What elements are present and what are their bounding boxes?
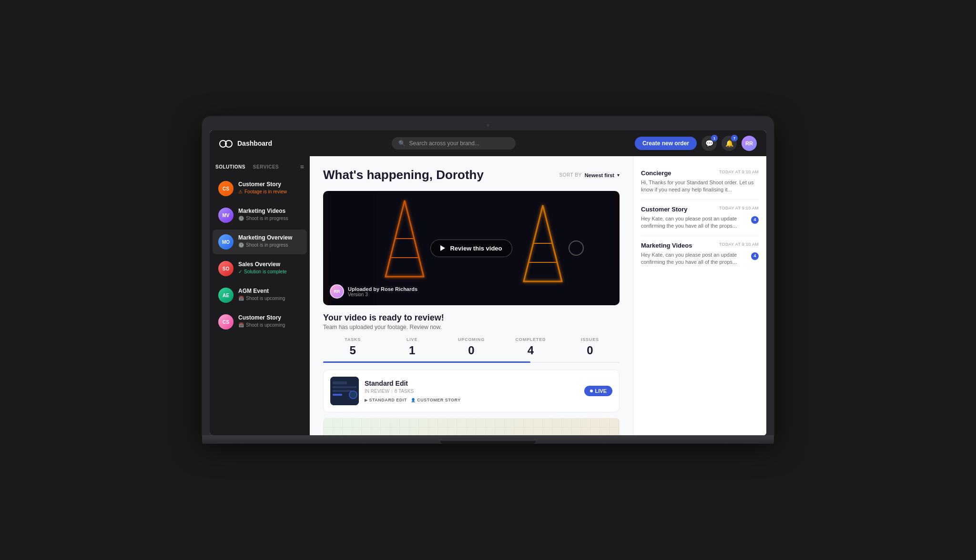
card-title: Standard Edit: [365, 380, 579, 387]
map-preview: [323, 418, 620, 435]
svg-rect-13: [333, 394, 342, 396]
search-bar[interactable]: 🔍 Search across your brand...: [280, 137, 627, 150]
live-dot: [590, 390, 593, 392]
stats-row: TASKS 5 LIVE 1 UPCOMING 0: [323, 337, 620, 363]
sidebar-item-status-5: 📅 Shoot is upcoming: [238, 322, 301, 328]
topbar-actions: Create new order 💬 1 🔔 7 RR: [635, 136, 757, 151]
stat-upcoming-value: 0: [442, 344, 501, 357]
sidebar-thumb-3: SO: [218, 261, 234, 276]
uploader-name: Uploaded by Rose Richards: [348, 286, 417, 292]
message-sender-0: Concierge: [641, 170, 671, 177]
sidebar-item-name-4: AGM Event: [238, 288, 301, 294]
tab-solutions[interactable]: SOLUTIONS: [215, 164, 245, 170]
sidebar-item-status-0: ⚠ Footage is in review: [238, 189, 301, 194]
sidebar-item-info-0: Customer Story ⚠ Footage is in review: [238, 181, 301, 194]
message-preview-0: Hi, Thanks for your Standard Shoot order…: [641, 179, 759, 194]
sidebar-item-1[interactable]: MV Marketing Videos 🕐 Shoot is in progre…: [213, 203, 307, 228]
sidebar-thumb-4: AE: [218, 288, 234, 303]
solution-card[interactable]: Standard Edit IN REVIEW | 8 TASKS ▶: [323, 370, 620, 412]
sort-value[interactable]: Newest first: [585, 172, 614, 178]
message-item-2[interactable]: Marketing Videos TODAY AT 9:10 AM Hey Ka…: [641, 236, 759, 272]
page-title: What's happening, Dorothy: [323, 168, 484, 182]
uploader-avatar: RR: [330, 284, 344, 299]
laptop-frame: Dashboard 🔍 Search across your brand... …: [202, 116, 774, 444]
svg-point-14: [349, 391, 357, 399]
card-meta: IN REVIEW | 8 TASKS: [365, 389, 579, 394]
sidebar-item-info-2: Marketing Overview 🕐 Shoot is in progres…: [238, 234, 301, 248]
stat-live-label: LIVE: [382, 337, 441, 342]
app: Dashboard 🔍 Search across your brand... …: [210, 130, 766, 435]
sidebar-thumb-0: CS: [218, 181, 234, 196]
sidebar-item-status-1: 🕐 Shoot is in progress: [238, 216, 301, 221]
card-tag-1: ▶ STANDARD EDIT: [365, 398, 407, 402]
message-preview-2: Hey Kate, can you please post an update …: [641, 251, 759, 266]
live-badge: LIVE: [584, 386, 612, 396]
sidebar-item-5[interactable]: CS Customer Story 📅 Shoot is upcoming: [213, 310, 307, 334]
stat-tasks: TASKS 5: [323, 337, 382, 362]
laptop-screen: Dashboard 🔍 Search across your brand... …: [210, 130, 766, 435]
filter-icon[interactable]: ≡: [300, 163, 304, 170]
sidebar-item-3[interactable]: SO Sales Overview ✓ Solution is complete: [213, 256, 307, 281]
notifications-badge: 7: [731, 135, 738, 141]
message-header-0: Concierge TODAY AT 9:10 AM: [641, 170, 759, 177]
video-uploader: RR Uploaded by Rose Richards Version 3: [330, 284, 417, 299]
stat-issues-label: ISSUES: [560, 337, 620, 342]
stat-issues: ISSUES 0: [560, 337, 620, 362]
sidebar-item-info-1: Marketing Videos 🕐 Shoot is in progress: [238, 208, 301, 221]
camera-dot: [487, 124, 489, 127]
sort-control[interactable]: SORT BY Newest first ▾: [559, 172, 620, 178]
stat-live-value: 1: [382, 344, 441, 357]
sidebar-item-info-3: Sales Overview ✓ Solution is complete: [238, 261, 301, 274]
messages-button[interactable]: 💬 1: [702, 136, 717, 151]
search-input-wrap[interactable]: 🔍 Search across your brand...: [392, 137, 516, 150]
sidebar-item-name-2: Marketing Overview: [238, 234, 301, 241]
message-preview-1: Hey Kate, can you please post an update …: [641, 215, 759, 230]
sidebar-item-status-4: 📅 Shoot is upcoming: [238, 296, 301, 301]
message-item-1[interactable]: Customer Story TODAY AT 9:10 AM Hey Kate…: [641, 200, 759, 236]
message-badge-1: 4: [751, 216, 759, 224]
stat-issues-value: 0: [560, 344, 620, 357]
sidebar-item-2[interactable]: MO Marketing Overview 🕐 Shoot is in prog…: [213, 230, 307, 254]
message-time-0: TODAY AT 9:10 AM: [719, 170, 759, 174]
review-subtitle: Team has uploaded your footage. Review n…: [323, 324, 620, 330]
sidebar-item-4[interactable]: AE AGM Event 📅 Shoot is upcoming: [213, 283, 307, 308]
status-icon-5: 📅: [238, 322, 244, 328]
chevron-down-icon: ▾: [617, 172, 620, 178]
sidebar-tabs: SOLUTIONS SERVICES ≡: [210, 163, 310, 170]
video-preview[interactable]: Review this video RR Uploaded by Rose Ri…: [323, 191, 620, 305]
message-sender-1: Customer Story: [641, 206, 688, 213]
create-order-button[interactable]: Create new order: [635, 137, 697, 150]
logo-icon: [219, 139, 233, 148]
status-icon-0: ⚠: [238, 189, 243, 194]
message-text-0: Hi, Thanks for your Standard Shoot order…: [641, 179, 759, 194]
sidebar-item-0[interactable]: CS Customer Story ⚠ Footage is in review: [213, 176, 307, 201]
sidebar-item-name-0: Customer Story: [238, 181, 301, 188]
message-item-0[interactable]: Concierge TODAY AT 9:10 AM Hi, Thanks fo…: [641, 164, 759, 200]
status-icon-1: 🕐: [238, 216, 244, 221]
notifications-button[interactable]: 🔔 7: [722, 136, 737, 151]
status-icon-4: 📅: [238, 296, 244, 301]
card-tag-2: 👤 CUSTOMER STORY: [411, 398, 461, 402]
messages-panel: Concierge TODAY AT 9:10 AM Hi, Thanks fo…: [633, 156, 766, 435]
stat-completed-label: COMPLETED: [501, 337, 560, 342]
tab-services[interactable]: SERVICES: [253, 164, 279, 170]
content-header: What's happening, Dorothy SORT BY Newest…: [323, 168, 620, 182]
search-icon: 🔍: [398, 140, 406, 147]
search-placeholder: Search across your brand...: [409, 140, 479, 147]
message-text-1: Hey Kate, can you please post an update …: [641, 215, 747, 230]
play-button[interactable]: Review this video: [430, 240, 512, 257]
play-label: Review this video: [450, 245, 502, 252]
sidebar-item-name-5: Customer Story: [238, 314, 301, 321]
user-avatar[interactable]: RR: [742, 136, 757, 151]
sidebar-thumb-1: MV: [218, 208, 234, 223]
play-icon: [440, 245, 445, 251]
stats-progress-bar: [323, 361, 530, 363]
sidebar-thumb-2: MO: [218, 234, 234, 250]
sidebar-thumb-5: CS: [218, 314, 234, 330]
live-label: LIVE: [595, 388, 607, 394]
tag-icon-1: ▶: [365, 398, 368, 402]
content-panel: What's happening, Dorothy SORT BY Newest…: [310, 156, 633, 435]
card-tasks: 8 TASKS: [395, 389, 414, 394]
main-area: SOLUTIONS SERVICES ≡ CS Customer Story: [210, 156, 766, 435]
messages-badge: 1: [711, 135, 718, 141]
